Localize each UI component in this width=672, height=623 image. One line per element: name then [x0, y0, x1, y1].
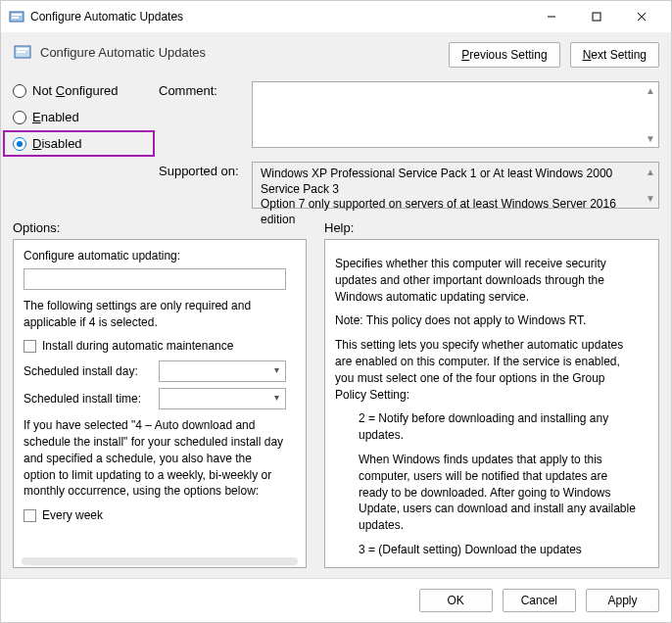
comment-row: Comment: ▲ ▼: [159, 81, 659, 148]
apply-button[interactable]: Apply: [586, 589, 659, 612]
policy-name: Configure Automatic Updates: [40, 45, 206, 60]
supported-row: Supported on: Windows XP Professional Se…: [159, 162, 659, 209]
window-controls: [530, 3, 663, 30]
svg-rect-8: [17, 48, 28, 50]
ok-button[interactable]: OK: [419, 589, 493, 612]
svg-rect-9: [17, 51, 25, 53]
help-p1: Specifies whether this computer will rec…: [335, 256, 639, 305]
titlebar: Configure Automatic Updates: [1, 1, 671, 32]
scheduled-time-label: Scheduled install time:: [24, 391, 151, 407]
maximize-button[interactable]: [575, 3, 618, 30]
scroll-up-icon[interactable]: ▲: [646, 166, 655, 178]
policy-icon: [13, 42, 32, 62]
footer: OK Cancel Apply: [1, 578, 671, 622]
nav-buttons: Previous Setting Next Setting: [449, 42, 659, 68]
options-note: The following settings are only required…: [24, 298, 286, 331]
supported-text: Windows XP Professional Service Pack 1 o…: [261, 167, 619, 226]
close-button[interactable]: [620, 3, 663, 30]
help-p4: 2 = Notify before downloading and instal…: [359, 410, 639, 444]
scheduled-time-row: Scheduled install time:: [24, 388, 286, 409]
help-panel: Specifies whether this computer will rec…: [324, 239, 659, 568]
svg-rect-2: [12, 17, 19, 19]
policy-titlebar-icon: [9, 9, 24, 24]
scroll-up-icon[interactable]: ▲: [646, 85, 655, 96]
options-note2: If you have selected "4 – Auto download …: [24, 417, 286, 500]
supported-label: Supported on:: [159, 162, 242, 209]
scroll-down-icon[interactable]: ▼: [646, 192, 655, 205]
radio-icon: [13, 84, 26, 98]
help-p6: 3 = (Default setting) Download the updat…: [359, 542, 639, 559]
svg-rect-1: [12, 14, 22, 16]
every-week-checkbox[interactable]: Every week: [24, 507, 286, 524]
radio-not-configured[interactable]: Not Configured: [13, 83, 145, 98]
radio-disabled[interactable]: Disabled: [3, 130, 155, 157]
dialog-body: Configure Automatic Updates Previous Set…: [1, 32, 671, 578]
configure-updating-dropdown[interactable]: [24, 268, 286, 290]
horizontal-scrollbar[interactable]: [22, 557, 298, 565]
cancel-button[interactable]: Cancel: [503, 589, 576, 612]
scheduled-day-row: Scheduled install day:: [24, 360, 286, 382]
help-p5: When Windows finds updates that apply to…: [359, 452, 639, 534]
configure-updating-label: Configure automatic updating:: [24, 248, 286, 264]
scheduled-time-dropdown[interactable]: [159, 388, 286, 409]
every-week-label: Every week: [42, 507, 103, 524]
help-p2: Note: This policy does not apply to Wind…: [335, 312, 639, 329]
info-column: Comment: ▲ ▼ Supported on: Windows XP Pr…: [159, 81, 659, 209]
minimize-button[interactable]: [530, 3, 573, 30]
install-maintenance-label: Install during automatic maintenance: [42, 338, 233, 355]
help-scroll[interactable]: Specifies whether this computer will rec…: [335, 248, 648, 559]
supported-text-box: Windows XP Professional Service Pack 1 o…: [252, 162, 659, 209]
scheduled-day-dropdown[interactable]: [159, 360, 286, 382]
config-row: Not Configured Enabled Disabled Comment:…: [13, 81, 659, 209]
header-left: Configure Automatic Updates: [13, 42, 449, 62]
next-setting-button[interactable]: Next Setting: [570, 42, 659, 68]
checkbox-icon: [24, 340, 36, 353]
scroll-down-icon[interactable]: ▼: [646, 133, 655, 144]
radio-icon-checked: [13, 137, 26, 151]
radio-enabled[interactable]: Enabled: [13, 110, 145, 124]
comment-label: Comment:: [159, 81, 242, 148]
previous-setting-button[interactable]: Previous Setting: [449, 42, 559, 68]
radio-icon: [13, 111, 26, 124]
dialog-window: Configure Automatic Updates Configure Au…: [0, 0, 672, 623]
state-radio-group: Not Configured Enabled Disabled: [13, 81, 145, 209]
header-row: Configure Automatic Updates Previous Set…: [13, 42, 659, 68]
options-panel: Configure automatic updating: The follow…: [13, 239, 307, 568]
help-p3: This setting lets you specify whether au…: [335, 337, 639, 403]
scheduled-day-label: Scheduled install day:: [24, 363, 151, 380]
checkbox-icon: [24, 509, 36, 522]
panel-labels: Options: Help:: [13, 220, 659, 235]
help-label: Help:: [324, 220, 354, 235]
install-maintenance-checkbox[interactable]: Install during automatic maintenance: [24, 338, 286, 355]
options-scroll[interactable]: Configure automatic updating: The follow…: [24, 248, 296, 559]
comment-textarea[interactable]: ▲ ▼: [252, 81, 659, 148]
svg-rect-4: [593, 13, 600, 21]
window-title: Configure Automatic Updates: [30, 10, 530, 24]
panels-row: Configure automatic updating: The follow…: [13, 239, 659, 568]
